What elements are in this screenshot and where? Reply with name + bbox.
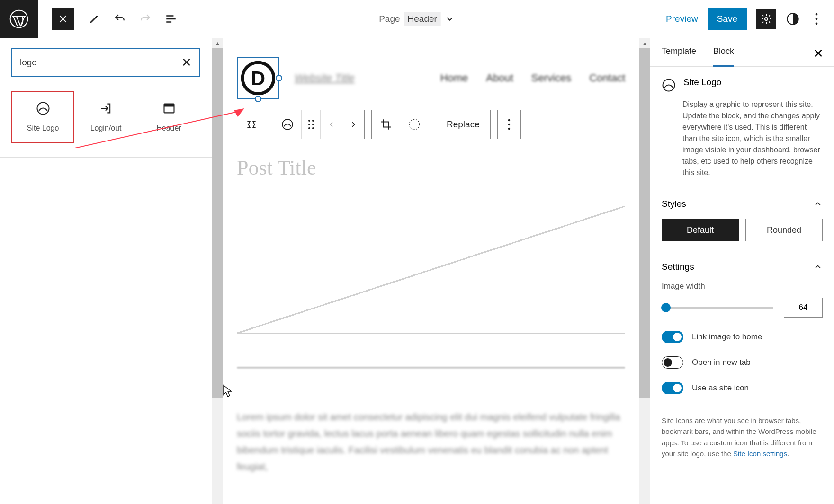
move-left-button[interactable] bbox=[321, 110, 342, 139]
block-card: Site Logo bbox=[650, 67, 834, 97]
scrollbar-thumb[interactable] bbox=[212, 48, 223, 398]
svg-point-14 bbox=[308, 120, 310, 122]
nav-item[interactable]: Services bbox=[531, 72, 571, 84]
close-sidebar-icon[interactable]: ✕ bbox=[813, 46, 824, 61]
more-options-button[interactable] bbox=[498, 110, 520, 139]
wordpress-logo[interactable] bbox=[0, 0, 38, 38]
svg-point-1 bbox=[765, 18, 768, 20]
tab-block[interactable]: Block bbox=[713, 46, 734, 67]
block-description: Display a graphic to represent this site… bbox=[650, 97, 834, 189]
header-block-icon bbox=[162, 101, 176, 115]
block-title: Site Logo bbox=[683, 77, 721, 88]
block-search-box[interactable]: ✕ bbox=[11, 48, 200, 77]
styles-section-toggle[interactable]: Styles bbox=[650, 189, 834, 219]
canvas-scrollbar-left[interactable]: ▴ bbox=[212, 38, 223, 504]
site-logo-icon bbox=[662, 78, 676, 92]
settings-button[interactable] bbox=[756, 9, 776, 29]
more-menu-icon[interactable] bbox=[809, 12, 824, 26]
canvas-scrollbar-right[interactable]: ▴ bbox=[639, 38, 650, 504]
login-out-icon bbox=[99, 101, 113, 115]
search-input[interactable] bbox=[20, 57, 181, 68]
block-item-header[interactable]: Header bbox=[137, 91, 200, 143]
svg-point-17 bbox=[312, 124, 314, 125]
image-width-value[interactable]: 64 bbox=[784, 298, 823, 318]
nav-menu[interactable]: Home About Services Contact bbox=[440, 72, 625, 84]
duotone-button[interactable] bbox=[400, 110, 429, 139]
doc-type-label: Page bbox=[379, 14, 400, 24]
svg-point-19 bbox=[312, 127, 314, 129]
block-type-button[interactable] bbox=[273, 110, 302, 139]
svg-point-22 bbox=[508, 124, 510, 125]
image-width-slider[interactable] bbox=[662, 307, 773, 309]
styles-panel-icon[interactable] bbox=[786, 12, 800, 26]
edit-icon[interactable] bbox=[88, 13, 100, 25]
svg-point-18 bbox=[308, 127, 310, 129]
site-icon-settings-link[interactable]: Site Icon settings bbox=[733, 450, 787, 458]
svg-text:D: D bbox=[251, 67, 265, 89]
site-title-block[interactable]: Website Title bbox=[295, 72, 355, 84]
block-item-login-out[interactable]: Login/out bbox=[74, 91, 137, 143]
move-right-button[interactable] bbox=[342, 110, 364, 139]
resize-handle-right[interactable] bbox=[276, 75, 282, 81]
undo-icon[interactable] bbox=[114, 13, 126, 25]
post-title-block[interactable]: Post Title bbox=[237, 156, 625, 180]
save-button[interactable]: Save bbox=[708, 8, 747, 30]
section-title: Styles bbox=[662, 199, 686, 209]
toggle-label: Use as site icon bbox=[692, 383, 749, 393]
tab-template[interactable]: Template bbox=[662, 46, 696, 66]
close-inserter-button[interactable] bbox=[52, 8, 74, 30]
block-item-site-logo[interactable]: Site Logo bbox=[11, 91, 74, 143]
svg-point-20 bbox=[409, 119, 420, 130]
toggle-open-new-tab[interactable] bbox=[662, 356, 683, 369]
slider-thumb[interactable] bbox=[661, 303, 671, 312]
settings-section-toggle[interactable]: Settings bbox=[650, 252, 834, 282]
scroll-up-icon[interactable]: ▴ bbox=[212, 38, 223, 48]
document-title[interactable]: Page Header bbox=[379, 12, 455, 26]
block-inserter-panel: ✕ Site Logo Login/out Header bbox=[0, 38, 212, 504]
svg-point-16 bbox=[308, 124, 310, 125]
chevron-up-icon bbox=[813, 262, 823, 272]
drag-handle-icon[interactable] bbox=[302, 110, 321, 139]
logo-image: D bbox=[241, 61, 275, 95]
separator-block[interactable] bbox=[237, 367, 625, 369]
style-default-button[interactable]: Default bbox=[662, 219, 739, 241]
resize-handle-bottom[interactable] bbox=[255, 96, 261, 102]
site-logo-icon bbox=[36, 101, 50, 115]
chevron-up-icon bbox=[813, 199, 823, 209]
nav-item[interactable]: Home bbox=[440, 72, 468, 84]
site-logo-block-selected[interactable]: D bbox=[237, 57, 279, 99]
block-label: Login/out bbox=[90, 124, 122, 133]
select-parent-button[interactable] bbox=[237, 110, 266, 139]
paragraph-block[interactable]: Lorem ipsum dolor sit amet consectetur a… bbox=[237, 409, 625, 475]
image-placeholder-block[interactable] bbox=[237, 206, 625, 334]
list-view-icon[interactable] bbox=[165, 13, 177, 25]
doc-part-label: Header bbox=[404, 12, 441, 26]
svg-point-23 bbox=[508, 128, 510, 130]
svg-point-5 bbox=[816, 23, 818, 25]
scroll-up-icon[interactable]: ▴ bbox=[639, 38, 650, 48]
clear-search-icon[interactable]: ✕ bbox=[181, 55, 192, 70]
toggle-label: Open in new tab bbox=[692, 358, 751, 367]
svg-point-0 bbox=[10, 10, 28, 28]
toggle-use-site-icon[interactable] bbox=[662, 382, 683, 394]
editor-canvas: ▴ ▴ D Website Title Home About Services … bbox=[212, 38, 650, 504]
header-row: D Website Title Home About Services Cont… bbox=[237, 57, 625, 99]
preview-link[interactable]: Preview bbox=[666, 14, 698, 24]
svg-point-4 bbox=[816, 18, 818, 20]
replace-button[interactable]: Replace bbox=[436, 110, 490, 139]
block-label: Header bbox=[156, 124, 181, 133]
site-icon-help-text: Site Icons are what you see in browser t… bbox=[650, 415, 834, 459]
block-label: Site Logo bbox=[27, 124, 59, 133]
sidebar-tabs: Template Block ✕ bbox=[650, 46, 834, 67]
topbar: Page Header Preview Save bbox=[0, 0, 834, 38]
divider bbox=[0, 157, 212, 158]
nav-item[interactable]: About bbox=[486, 72, 513, 84]
toggle-link-home[interactable] bbox=[662, 331, 683, 343]
toggle-label: Link image to home bbox=[692, 332, 762, 342]
scrollbar-thumb[interactable] bbox=[639, 48, 650, 398]
style-rounded-button[interactable]: Rounded bbox=[745, 219, 823, 241]
nav-item[interactable]: Contact bbox=[589, 72, 625, 84]
image-width-label: Image width bbox=[662, 282, 823, 291]
crop-button[interactable] bbox=[372, 110, 400, 139]
section-title: Settings bbox=[662, 262, 694, 272]
